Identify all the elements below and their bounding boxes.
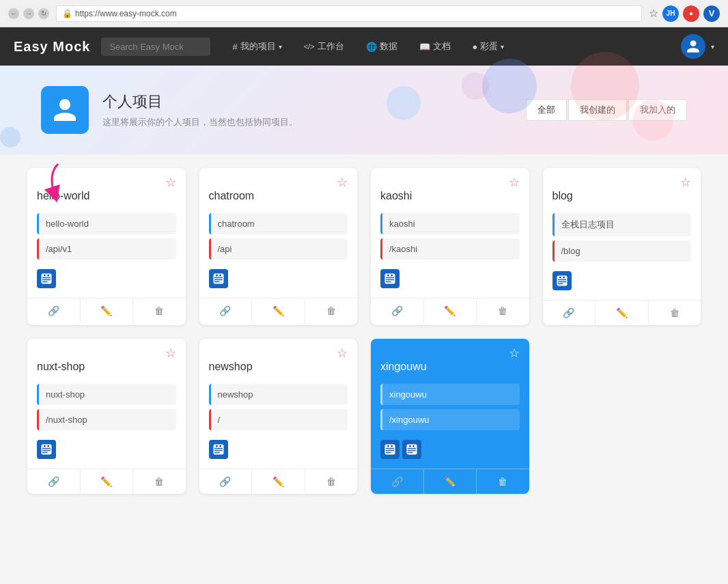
star-icon[interactable]: ☆ [509,175,520,190]
docs-icon: 📖 [419,42,430,52]
nav-item-workbench[interactable]: </> 工作台 [293,27,355,66]
mini-avatar [380,440,400,459]
avatar-row [371,434,529,464]
user-avatar[interactable] [681,34,705,59]
forward-button[interactable]: → [23,8,34,19]
edit-button[interactable]: ✏️ [81,469,134,494]
dropdown-arrow-easter: ▾ [501,43,504,51]
nav-logo[interactable]: Easy Mock [14,39,90,55]
api-item[interactable]: 全栈日志项目 [552,213,692,236]
edit-button[interactable]: ✏️ [424,469,477,494]
star-icon[interactable]: ☆ [680,175,691,190]
project-name[interactable]: nuxt-shop [27,361,186,380]
avatar-row [199,264,358,294]
card-actions: 🔗 ✏️ 🗑 [199,469,358,494]
svg-rect-13 [387,275,389,276]
ext-red[interactable]: ● [683,5,699,22]
nav-item-my-projects[interactable]: # 我的项目 ▾ [221,27,292,66]
deco-circle-5 [462,72,489,100]
link-button[interactable]: 🔗 [27,469,81,494]
api-item[interactable]: xingouwu [380,384,520,405]
link-button[interactable]: 🔗 [371,469,424,494]
delete-button[interactable]: 🗑 [477,469,529,494]
edit-button[interactable]: ✏️ [424,298,477,323]
api-item[interactable]: chatroom [209,213,348,234]
delete-button[interactable]: 🗑 [305,298,358,323]
svg-rect-1 [44,275,45,276]
nav-item-docs[interactable]: 📖 文档 [408,27,462,66]
api-item[interactable]: /api/v1 [37,238,176,260]
link-button[interactable]: 🔗 [543,301,596,325]
edit-button[interactable]: ✏️ [252,469,305,494]
svg-rect-33 [214,448,223,449]
card-header: ☆ [199,339,358,361]
my-projects-label: 我的项目 [240,40,276,53]
delete-button[interactable]: 🗑 [133,298,186,323]
api-item[interactable]: newshop [209,384,348,405]
nav-item-data[interactable]: 🌐 数据 [355,27,408,66]
delete-button[interactable]: 🗑 [305,469,358,494]
user-dropdown-arrow[interactable]: ▾ [711,43,714,51]
project-card-nuxt-shop: ☆ nuxt-shop nuxt-shop /nuxt-shop 🔗 ✏️ 🗑 [27,339,186,494]
lock-icon: 🔒 [62,9,72,18]
api-item[interactable]: hello-world [37,213,176,234]
project-name[interactable]: newshop [199,361,358,380]
star-icon[interactable]: ☆ [337,175,348,190]
delete-button[interactable]: 🗑 [649,301,701,325]
api-item[interactable]: / [209,409,348,430]
filter-all-button[interactable]: 全部 [526,99,567,121]
svg-rect-31 [216,445,217,447]
address-bar[interactable]: 🔒 https://www.easy-mock.com [56,5,642,22]
svg-rect-37 [387,445,389,447]
edit-button[interactable]: ✏️ [81,298,134,323]
refresh-button[interactable]: ↻ [38,8,49,19]
page-subtitle: 这里将展示你的个人项目，当然也包括协同项目。 [102,116,298,128]
card-header: ☆ [27,339,186,361]
search-input[interactable] [101,38,210,56]
back-button[interactable]: ← [8,8,19,19]
deco-circle-4 [632,100,673,141]
svg-rect-28 [42,450,51,451]
delete-button[interactable]: 🗑 [133,469,186,494]
api-item[interactable]: /blog [552,240,692,262]
api-item[interactable]: kaoshi [380,213,520,234]
svg-rect-8 [219,275,221,276]
mini-avatar [37,440,56,459]
api-item[interactable]: /api [209,238,348,260]
star-icon[interactable]: ☆ [165,346,176,361]
svg-rect-21 [558,279,566,281]
deco-circle-6 [0,127,20,148]
project-name[interactable]: chatroom [199,190,358,209]
card-header: ☆ [371,339,529,361]
star-icon[interactable]: ☆ [165,175,176,190]
api-item[interactable]: /xingouwu [380,409,520,430]
star-icon[interactable]: ☆ [509,346,520,361]
svg-rect-26 [48,445,49,447]
link-button[interactable]: 🔗 [27,298,81,323]
project-card-xingouwu: ☆ xingouwu xingouwu /xingouwu 🔗 ✏️ 🗑 [371,339,529,494]
link-button[interactable]: 🔗 [199,298,253,323]
api-item[interactable]: nuxt-shop [37,384,176,405]
api-item[interactable]: /nuxt-shop [37,409,176,430]
svg-rect-40 [386,450,394,451]
project-name[interactable]: blog [543,190,701,209]
card-header: ☆ [199,168,358,190]
star-icon[interactable]: ☆ [649,7,658,20]
project-name[interactable]: kaoshi [371,190,529,209]
star-icon[interactable]: ☆ [337,346,348,361]
edit-button[interactable]: ✏️ [252,298,305,323]
link-button[interactable]: 🔗 [199,469,253,494]
edit-button[interactable]: ✏️ [596,301,649,325]
svg-rect-5 [42,281,48,283]
delete-button[interactable]: 🗑 [477,298,529,323]
page-title: 个人项目 [102,92,298,112]
project-name[interactable]: xingouwu [371,361,529,380]
link-button[interactable]: 🔗 [371,298,424,323]
svg-rect-41 [386,452,391,454]
workbench-label: 工作台 [318,40,344,53]
card-actions: 🔗 ✏️ 🗑 [199,298,358,323]
ext-jh[interactable]: JH [662,5,679,22]
header-text: 个人项目 这里将展示你的个人项目，当然也包括协同项目。 [102,92,298,128]
api-item[interactable]: /kaoshi [380,238,520,260]
ext-v[interactable]: V [703,5,720,22]
